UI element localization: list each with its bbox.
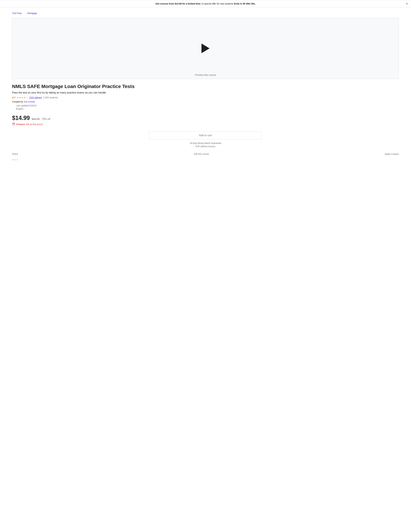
- breadcrumb: Test Prep › Mortgage: [0, 7, 411, 18]
- course-content-section: NMLS SAFE Mortgage Loan Originator Pract…: [0, 79, 411, 110]
- price-row: $14.99 $49.99 70% off: [12, 115, 399, 121]
- dot-3: [17, 159, 18, 161]
- created-by: Created by Joe Correa: [12, 100, 399, 103]
- star-5: ☆: [26, 96, 28, 99]
- add-to-cart-section: Add to cart 30-Day Money-Back Guarantee …: [0, 128, 411, 148]
- banner-bold-text: Get courses from $14.99 for a limited ti…: [155, 2, 200, 5]
- banner-close-button[interactable]: ×: [406, 2, 408, 5]
- breadcrumb-mortgage[interactable]: Mortgage: [28, 12, 37, 15]
- dot-2: [14, 159, 16, 161]
- lifetime-access-text: Full Lifetime Access: [12, 145, 399, 148]
- bottom-pagination: [0, 158, 411, 162]
- banner-end-text: Ends in 5h 59m 55s.: [234, 2, 256, 5]
- star-rating: ★ ★ ★ ★ ☆: [17, 96, 28, 99]
- discount-label: 70% off: [42, 118, 50, 121]
- add-to-cart-button[interactable]: Add to cart: [149, 132, 262, 139]
- ratings-link[interactable]: (319 ratings): [29, 96, 42, 99]
- last-updated: Last updated 5/2022: [16, 104, 399, 107]
- share-button[interactable]: Share: [12, 153, 18, 155]
- preview-label: Preview this course: [195, 74, 216, 76]
- course-subtitle: Pass the test on your first try by takin…: [12, 91, 399, 94]
- guarantee-text: 30-Day Money-Back Guarantee: [12, 142, 399, 144]
- current-price: $14.99: [12, 115, 30, 121]
- star-1: ★: [17, 96, 19, 99]
- gift-course-button[interactable]: Gift this course: [194, 153, 209, 155]
- rating-number: 3.7: [12, 96, 16, 99]
- star-3: ★: [21, 96, 23, 99]
- video-preview[interactable]: Preview this course: [12, 18, 399, 79]
- original-price: $49.99: [32, 118, 40, 121]
- action-links-row: Share Gift this course Apply Coupon: [0, 150, 411, 158]
- dot-1: [12, 159, 13, 161]
- breadcrumb-separator: ›: [26, 12, 27, 15]
- instructor-link[interactable]: Joe Correa: [24, 100, 35, 103]
- course-title: NMLS SAFE Mortgage Loan Originator Pract…: [12, 84, 399, 89]
- star-4: ★: [24, 96, 26, 99]
- clock-icon: ⏰: [12, 123, 15, 126]
- rating-row: 3.7 ★ ★ ★ ★ ☆ (319 ratings) 1,563 studen…: [12, 96, 399, 99]
- urgency-row: ⏰ 5 hours left at this price!: [12, 123, 399, 126]
- apply-coupon-button[interactable]: Apply Coupon: [385, 153, 399, 155]
- meta-info: Last updated 5/2022 English: [12, 104, 399, 110]
- banner-text: Get courses from $14.99 for a limited ti…: [155, 2, 255, 5]
- play-button-icon: [201, 44, 210, 53]
- breadcrumb-test-prep[interactable]: Test Prep: [12, 12, 26, 15]
- language: English: [16, 107, 399, 110]
- star-2: ★: [19, 96, 21, 99]
- pricing-section: $14.99 $49.99 70% off ⏰ 5 hours left at …: [0, 111, 411, 128]
- urgency-hours: 5 hours: [16, 123, 25, 126]
- students-count: 1,563 students: [43, 96, 58, 99]
- urgency-suffix: left at this price!: [26, 123, 43, 126]
- promo-banner: Get courses from $14.99 for a limited ti…: [0, 0, 411, 7]
